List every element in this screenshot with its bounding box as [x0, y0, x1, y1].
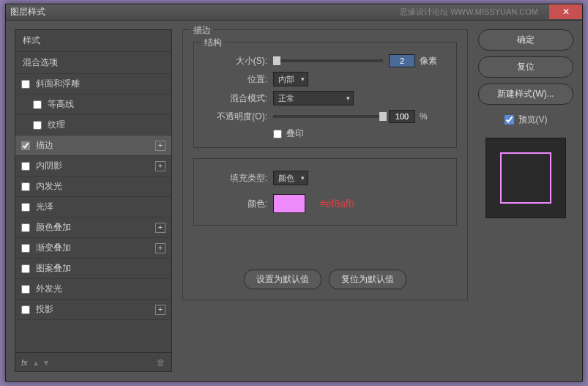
preview-label: 预览(V) [518, 114, 548, 126]
ok-button[interactable]: 确定 [478, 29, 573, 51]
opacity-slider[interactable] [273, 115, 383, 118]
add-color-overlay-icon[interactable]: + [155, 223, 165, 233]
color-swatch[interactable] [273, 194, 305, 213]
fx-icon[interactable]: fx [21, 358, 28, 367]
titlebar: 图层样式 思缘设计论坛 WWW.MISSYUAN.COM ✕ [6, 4, 582, 21]
styles-footer: fx ▴ ▾ 🗑 [15, 353, 172, 372]
arrow-down-icon[interactable]: ▾ [44, 357, 48, 368]
effect-pattern-overlay[interactable]: 图案叠加 [15, 259, 171, 279]
effect-contour[interactable]: 等高线 [15, 94, 171, 115]
contour-checkbox[interactable] [33, 100, 42, 109]
add-inner-shadow-icon[interactable]: + [155, 161, 165, 171]
styles-header[interactable]: 样式 [15, 30, 171, 52]
blend-options-header[interactable]: 混合选项 [15, 52, 171, 74]
size-slider[interactable] [273, 59, 383, 62]
overprint-checkbox[interactable] [273, 130, 282, 138]
effect-drop-shadow[interactable]: 投影+ [15, 300, 171, 320]
preview-swatch [500, 152, 551, 204]
effect-gradient-overlay[interactable]: 渐变叠加+ [15, 238, 171, 259]
opacity-input[interactable] [389, 110, 415, 123]
action-panel: 确定 复位 新建样式(W)... 预览(V) [478, 29, 573, 372]
stroke-checkbox[interactable] [21, 141, 30, 150]
structure-group: 结构 大小(S): 像素 位置: 内部 混合模式: 正常 [193, 42, 457, 148]
add-gradient-overlay-icon[interactable]: + [155, 243, 165, 253]
effect-outer-glow[interactable]: 外发光 [15, 279, 171, 300]
add-drop-shadow-icon[interactable]: + [155, 305, 165, 315]
cancel-button[interactable]: 复位 [478, 56, 573, 78]
gradient-overlay-checkbox[interactable] [21, 244, 30, 253]
pattern-overlay-checkbox[interactable] [21, 264, 30, 273]
effect-inner-glow[interactable]: 内发光 [15, 177, 171, 197]
effect-stroke[interactable]: 描边+ [15, 136, 171, 156]
watermark-text: 思缘设计论坛 WWW.MISSYUAN.COM [400, 7, 538, 18]
effect-color-overlay[interactable]: 颜色叠加+ [15, 218, 171, 238]
window-title: 图层样式 [10, 6, 45, 18]
dialog-content: 样式 混合选项 斜面和浮雕 等高线 纹理 描边+ 内阴影+ 内发光 光泽 颜色叠… [6, 21, 582, 381]
position-dropdown[interactable]: 内部 [273, 72, 308, 86]
satin-checkbox[interactable] [21, 203, 30, 212]
effect-texture[interactable]: 纹理 [15, 115, 171, 136]
opacity-slider-thumb[interactable] [379, 112, 387, 121]
size-input[interactable] [389, 54, 415, 67]
add-stroke-icon[interactable]: + [155, 141, 165, 151]
size-unit: 像素 [420, 55, 437, 67]
trash-icon[interactable]: 🗑 [157, 357, 165, 368]
styles-list: 样式 混合选项 斜面和浮雕 等高线 纹理 描边+ 内阴影+ 内发光 光泽 颜色叠… [15, 29, 172, 353]
fill-group: 填充类型: 颜色 颜色: #ef8afb [193, 158, 457, 226]
filltype-label: 填充类型: [201, 172, 267, 185]
drop-shadow-checkbox[interactable] [21, 305, 30, 314]
hex-annotation: #ef8afb [320, 198, 354, 209]
blend-mode-dropdown[interactable]: 正常 [273, 91, 354, 105]
layer-style-dialog: 图层样式 思缘设计论坛 WWW.MISSYUAN.COM ✕ 样式 混合选项 斜… [5, 4, 583, 382]
effect-inner-shadow[interactable]: 内阴影+ [15, 156, 171, 177]
size-slider-thumb[interactable] [273, 56, 280, 65]
structure-title: 结构 [201, 37, 225, 49]
close-button[interactable]: ✕ [549, 4, 582, 19]
new-style-button[interactable]: 新建样式(W)... [478, 83, 573, 105]
stroke-group-title: 描边 [190, 24, 214, 37]
color-label: 颜色: [201, 198, 267, 210]
overprint-label: 叠印 [286, 127, 304, 140]
bevel-checkbox[interactable] [21, 80, 30, 89]
inner-shadow-checkbox[interactable] [21, 162, 30, 171]
outer-glow-checkbox[interactable] [21, 285, 30, 294]
texture-checkbox[interactable] [33, 121, 42, 130]
color-overlay-checkbox[interactable] [21, 223, 30, 232]
effect-bevel[interactable]: 斜面和浮雕 [15, 74, 171, 94]
preview-checkbox[interactable] [505, 115, 514, 125]
preview-box [485, 138, 566, 218]
effect-satin[interactable]: 光泽 [15, 197, 171, 218]
opacity-unit: % [420, 111, 428, 122]
opacity-label: 不透明度(O): [201, 111, 267, 123]
set-default-button[interactable]: 设置为默认值 [244, 270, 321, 289]
inner-glow-checkbox[interactable] [21, 182, 30, 191]
arrow-up-icon[interactable]: ▴ [34, 357, 38, 368]
blend-mode-label: 混合模式: [201, 92, 267, 105]
position-label: 位置: [201, 73, 267, 86]
filltype-dropdown[interactable]: 颜色 [273, 171, 308, 185]
settings-panel: 描边 结构 大小(S): 像素 位置: 内部 混合模式: [182, 29, 468, 372]
reset-default-button[interactable]: 复位为默认值 [329, 270, 406, 289]
stroke-group: 描边 结构 大小(S): 像素 位置: 内部 混合模式: [182, 29, 468, 300]
size-label: 大小(S): [201, 55, 267, 67]
styles-panel: 样式 混合选项 斜面和浮雕 等高线 纹理 描边+ 内阴影+ 内发光 光泽 颜色叠… [15, 29, 172, 372]
